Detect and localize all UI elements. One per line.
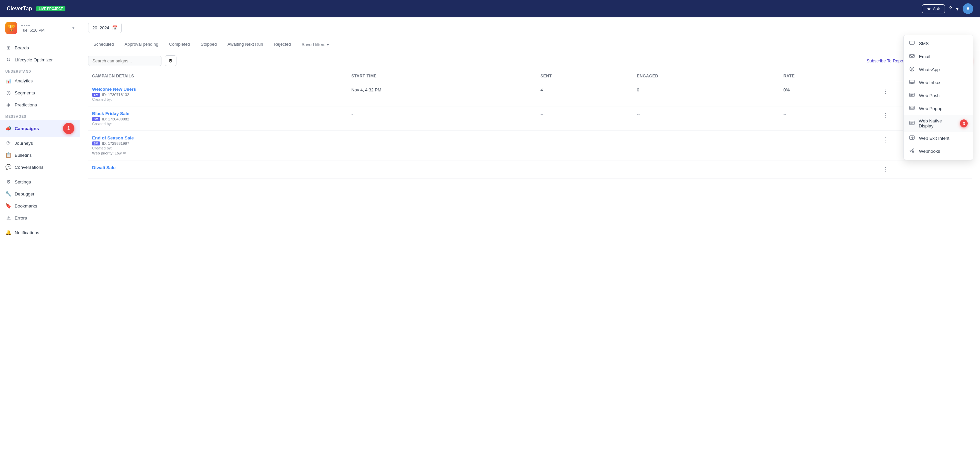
sidebar-item-conversations[interactable]: 💬 Conversations: [0, 161, 80, 173]
web-inbox-icon: [909, 80, 915, 86]
filter-tab-stopped[interactable]: Stopped: [196, 38, 222, 51]
search-input[interactable]: [88, 56, 161, 66]
more-options-button[interactable]: ⋮: [880, 111, 891, 120]
dropdown-item-web-native-display[interactable]: Web Native Display 3: [904, 115, 973, 132]
profile-time: Tue, 6:10 PM: [21, 28, 69, 33]
avatar[interactable]: A: [963, 3, 973, 14]
calendar-icon: 📅: [112, 25, 118, 30]
ask-button[interactable]: ★ Ask: [922, 4, 945, 13]
web-push-icon: [909, 92, 915, 99]
campaign-name-link[interactable]: Diwali Sale: [92, 165, 343, 170]
filter-tab-approval[interactable]: Approval pending: [119, 38, 164, 51]
sidebar-item-bookmarks[interactable]: 🔖 Bookmarks: [0, 200, 80, 212]
dropdown-item-web-inbox[interactable]: Web Inbox: [904, 76, 973, 89]
svg-rect-1: [910, 54, 914, 58]
topnav-right: ★ Ask ? ▾ A: [922, 3, 973, 14]
whatsapp-icon: [909, 66, 915, 73]
sidebar-profile[interactable]: 🏆 ••• ••• Tue, 6:10 PM ▾: [0, 18, 80, 39]
sidebar-item-analytics[interactable]: 📊 Analytics: [0, 75, 80, 87]
dropdown-item-whatsapp[interactable]: WhatsApp: [904, 63, 973, 76]
date-range-button[interactable]: 20, 2024 📅: [88, 23, 122, 33]
start-time-cell: Nov 4, 4:32 PM: [347, 82, 536, 107]
sidebar: 🏆 ••• ••• Tue, 6:10 PM ▾ ⊞ Boards ↻ Life…: [0, 18, 80, 449]
start-time-cell: -: [347, 107, 536, 131]
sidebar-item-settings[interactable]: ⚙ Settings: [0, 176, 80, 188]
campaign-title-row: 20, 2024 📅: [88, 23, 972, 33]
web-popup-icon: [909, 105, 915, 112]
sent-cell: --: [536, 107, 633, 131]
filter-tab-saved[interactable]: Saved filters ▾: [296, 39, 334, 50]
messages-section-label: MESSAGES: [0, 111, 80, 120]
segments-icon: ◎: [5, 90, 11, 96]
sidebar-item-boards[interactable]: ⊞ Boards: [0, 42, 80, 54]
dropdown-item-sms[interactable]: SMS: [904, 37, 973, 50]
chevron-down-icon[interactable]: ▾: [956, 6, 959, 12]
sent-cell: 4: [536, 82, 633, 107]
col-rate: Rate: [780, 70, 876, 82]
more-options-button[interactable]: ⋮: [880, 165, 891, 174]
campaign-meta: SM ID: 1729881997: [92, 142, 343, 145]
filter-tab-scheduled[interactable]: Scheduled: [88, 38, 119, 51]
campaign-details-cell: End of Season Sale SM ID: 1729881997 Cre…: [88, 131, 347, 161]
filter-button[interactable]: ⚙: [165, 56, 177, 66]
campaigns-table: Campaign Details Start Time Sent Engaged…: [88, 70, 972, 179]
filter-tab-awaiting[interactable]: Awaiting Next Run: [222, 38, 269, 51]
toolbar: ⚙ + Subscribe To Reports + Campaign ▾ 2: [80, 51, 980, 70]
dropdown-item-email[interactable]: Email: [904, 50, 973, 63]
dropdown-item-webhooks[interactable]: Webhooks: [904, 145, 973, 158]
topnav-left: CleverTap LIVE PROJECT: [7, 6, 65, 12]
dropdown-item-web-push[interactable]: Web Push: [904, 89, 973, 102]
help-icon[interactable]: ?: [949, 6, 952, 12]
toolbar-left: ⚙: [88, 56, 177, 66]
campaign-details-cell: Welcome New Users SM ID: 1730718132 Crea…: [88, 82, 347, 107]
bookmarks-icon: 🔖: [5, 203, 11, 209]
dropdown-item-web-exit-intent[interactable]: Web Exit Intent: [904, 132, 973, 145]
campaign-meta: SM ID: 1730400082: [92, 117, 343, 121]
rate-cell: --: [780, 131, 876, 161]
sidebar-item-debugger[interactable]: 🔧 Debugger: [0, 188, 80, 200]
sidebar-item-predictions[interactable]: ◈ Predictions: [0, 99, 80, 111]
filter-tab-rejected[interactable]: Rejected: [269, 38, 296, 51]
edit-icon[interactable]: ✏: [123, 151, 126, 156]
notifications-icon: 🔔: [5, 229, 11, 236]
chevron-down-icon: ▾: [327, 42, 329, 47]
sent-cell: --: [536, 131, 633, 161]
start-time-cell: -: [347, 131, 536, 161]
campaigns-table-container: Campaign Details Start Time Sent Engaged…: [80, 70, 980, 179]
main-content: 20, 2024 📅 Scheduled Approval pending Co…: [80, 18, 980, 449]
campaign-id: ID: 1730400082: [102, 117, 129, 121]
profile-chevron-icon: ▾: [72, 26, 75, 30]
subscribe-to-reports-button[interactable]: + Subscribe To Reports: [863, 58, 908, 64]
table-row: Welcome New Users SM ID: 1730718132 Crea…: [88, 82, 972, 107]
campaign-header: 20, 2024 📅: [80, 18, 980, 33]
col-sent: Sent: [536, 70, 633, 82]
analytics-icon: 📊: [5, 78, 11, 84]
sidebar-item-bulletins[interactable]: 📋 Bulletins: [0, 149, 80, 161]
sidebar-item-notifications[interactable]: 🔔 Notifications: [0, 226, 80, 239]
more-options-button[interactable]: ⋮: [880, 87, 891, 96]
dropdown-item-web-popup[interactable]: Web Popup: [904, 102, 973, 115]
more-options-button[interactable]: ⋮: [880, 135, 891, 144]
sidebar-item-segments[interactable]: ◎ Segments: [0, 87, 80, 99]
table-row: Black Friday Sale SM ID: 1730400082 Crea…: [88, 107, 972, 131]
campaign-name-link[interactable]: Welcome New Users: [92, 87, 343, 92]
sidebar-item-errors[interactable]: ⚠ Errors: [0, 212, 80, 224]
col-campaign-details: Campaign Details: [88, 70, 347, 82]
campaign-name-link[interactable]: Black Friday Sale: [92, 111, 343, 116]
sidebar-item-journeys[interactable]: ⟳ Journeys: [0, 137, 80, 149]
created-by: Created by:: [92, 122, 343, 126]
filter-tab-completed[interactable]: Completed: [164, 38, 196, 51]
star-icon: ★: [927, 6, 931, 11]
sidebar-item-lifecycle[interactable]: ↻ Lifecycle Optimizer: [0, 54, 80, 66]
svg-rect-5: [910, 106, 914, 110]
rate-cell: 0%: [780, 82, 876, 107]
logo[interactable]: CleverTap: [7, 6, 32, 12]
sidebar-navigation: ⊞ Boards ↻ Lifecycle Optimizer UNDERSTAN…: [0, 39, 80, 241]
table-row: End of Season Sale SM ID: 1729881997 Cre…: [88, 131, 972, 161]
sidebar-item-campaigns[interactable]: 📣 Campaigns 1: [0, 120, 80, 137]
campaign-name-link[interactable]: End of Season Sale: [92, 135, 343, 140]
sm-badge: SM: [92, 142, 100, 145]
col-engaged: Engaged: [633, 70, 779, 82]
date-range-value: 20, 2024: [92, 25, 110, 30]
engaged-cell: --: [633, 131, 779, 161]
